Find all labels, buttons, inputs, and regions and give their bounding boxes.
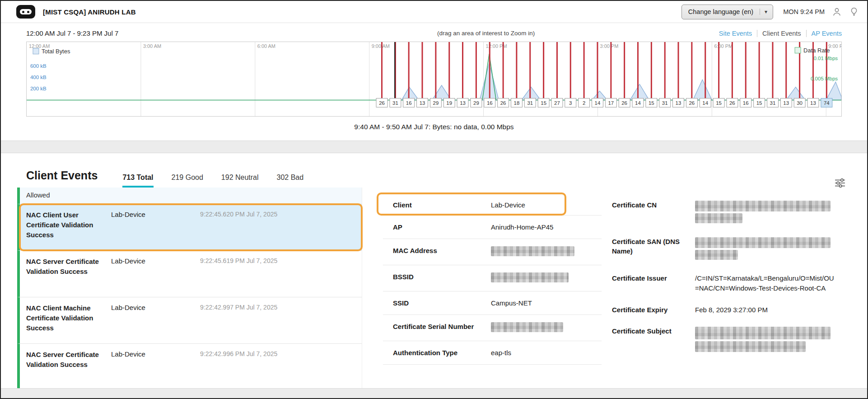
event-row[interactable]: NAC Client User Certificate Validation S… [17, 204, 362, 251]
field-label: Certificate Expiry [612, 305, 688, 315]
bottom-gap [1, 389, 867, 398]
header-right: Change language (en) ▾ MON 9:24 PM [681, 5, 859, 19]
svg-text:600 kB: 600 kB [30, 63, 47, 69]
svg-text:26: 26 [689, 100, 695, 106]
detail-field-client: Client Lab-Device [383, 195, 602, 216]
link-ap-events[interactable]: AP Events [806, 30, 842, 37]
field-label: Certificate Issuer [612, 273, 688, 283]
tab-good[interactable]: 219 Good [172, 174, 203, 188]
svg-text:16: 16 [406, 100, 412, 106]
timeline-card: 12:00 AM Jul 7 - 9:23 PM Jul 7 (drag an … [1, 23, 867, 141]
svg-text:3:00 AM: 3:00 AM [143, 43, 161, 49]
mist-logo-icon[interactable] [16, 5, 35, 19]
svg-text:14: 14 [595, 100, 601, 106]
tab-total[interactable]: 713 Total [122, 174, 153, 188]
event-name: NAC Client User Certificate Validation S… [26, 210, 106, 246]
event-name: NAC Client Machine Certificate Validatio… [26, 303, 106, 339]
link-client-events[interactable]: Client Events [757, 30, 806, 37]
field-label: MAC Address [393, 246, 474, 255]
cert-field-issuer: Certificate Issuer /C=IN/ST=Karnataka/L=… [612, 273, 834, 293]
field-label: Client [393, 200, 474, 210]
svg-text:18: 18 [514, 100, 520, 106]
chevron-down-icon: ▾ [760, 9, 767, 15]
client-events-content: Allowed NAC Client User Certificate Vali… [17, 188, 867, 389]
field-label: Certificate Subject [612, 326, 688, 336]
svg-text:9:00 PM: 9:00 PM [828, 43, 841, 49]
timeline-chart[interactable]: 12:00 AM3:00 AM6:00 AM9:00 AM12:00 PM3:0… [26, 42, 842, 117]
filter-settings-icon[interactable] [835, 178, 845, 188]
svg-text:400 kB: 400 kB [30, 75, 47, 80]
tab-bad[interactable]: 302 Bad [277, 174, 304, 188]
client-events-title-row: Client Events 713 Total 219 Good 192 Neu… [1, 163, 867, 188]
event-row[interactable]: NAC Server Certificate Validation Succes… [17, 344, 362, 389]
svg-text:15: 15 [541, 100, 546, 106]
tab-neutral[interactable]: 192 Neutral [221, 174, 259, 188]
card-gap [1, 141, 867, 153]
svg-text:26: 26 [379, 100, 385, 106]
event-row-partial[interactable]: Allowed [17, 188, 362, 204]
svg-text:15: 15 [649, 100, 654, 106]
svg-text:16: 16 [743, 100, 749, 106]
redacted-value [695, 237, 831, 248]
svg-text:30: 30 [797, 100, 803, 106]
svg-text:17: 17 [608, 100, 614, 106]
org-title: [MIST CSQA] ANIRUDH LAB [43, 8, 136, 16]
svg-text:6:00 AM: 6:00 AM [257, 43, 275, 49]
field-value: Feb 8, 2029 3:27:00 PM [695, 305, 834, 315]
cert-field-expiry: Certificate Expiry Feb 8, 2029 3:27:00 P… [612, 305, 834, 315]
field-label: AP [393, 222, 474, 232]
lightbulb-help-icon[interactable] [849, 7, 859, 17]
event-client: Lab-Device [111, 350, 195, 385]
svg-text:0.005 Mbps: 0.005 Mbps [811, 76, 838, 81]
svg-text:3: 3 [569, 100, 572, 106]
svg-text:74: 74 [824, 100, 830, 106]
mist-logo-eyes [20, 9, 32, 14]
detail-field-mac-address: MAC Address [383, 239, 602, 265]
svg-text:19: 19 [446, 100, 452, 106]
svg-text:13: 13 [783, 100, 789, 106]
event-row[interactable]: NAC Client Machine Certificate Validatio… [17, 297, 362, 344]
event-status-label: Allowed [26, 191, 358, 199]
timeline-chart-svg[interactable]: 12:00 AM3:00 AM6:00 AM9:00 AM12:00 PM3:0… [27, 42, 841, 116]
svg-text:26: 26 [621, 100, 627, 106]
svg-text:16: 16 [487, 100, 493, 106]
detail-field-certificate-serial: Certificate Serial Number [383, 315, 602, 341]
svg-text:29: 29 [433, 100, 439, 106]
field-label: Authentication Type [393, 348, 474, 357]
clock-label: MON 9:24 PM [783, 8, 825, 15]
svg-text:13: 13 [460, 100, 466, 106]
language-dropdown[interactable]: Change language (en) ▾ [681, 5, 773, 19]
event-type-links: Site Events Client Events AP Events [714, 30, 842, 37]
svg-text:31: 31 [392, 100, 398, 106]
redacted-value [695, 201, 831, 211]
svg-text:Data Rate: Data Rate [803, 47, 830, 54]
event-row[interactable]: NAC Server Certificate Validation Succes… [17, 251, 362, 297]
detail-field-ssid: SSID Campus-NET [383, 291, 602, 315]
link-site-events[interactable]: Site Events [714, 30, 757, 37]
event-timestamp: 9:22:42.997 PM Jul 7, 2025 [200, 303, 358, 339]
section-title: Client Events [26, 169, 98, 188]
redacted-value [695, 213, 742, 223]
svg-text:26: 26 [500, 100, 506, 106]
detail-field-bssid: BSSID [383, 265, 602, 291]
field-label: Certificate Serial Number [393, 322, 474, 331]
svg-text:13: 13 [810, 100, 816, 106]
redacted-value [695, 327, 831, 339]
svg-text:2: 2 [583, 100, 585, 106]
svg-text:0.01 Mbps: 0.01 Mbps [813, 56, 838, 61]
field-value: Campus-NET [491, 298, 602, 308]
certificate-panel: Certificate CN Certificate SAN (DNS Name… [612, 188, 834, 366]
field-value: Anirudh-Home-AP45 [491, 222, 602, 232]
svg-text:31: 31 [770, 100, 776, 106]
selection-summary: 9:40 AM - 9:50 AM Jul 7: Bytes: no data,… [1, 117, 867, 131]
cert-field-san: Certificate SAN (DNS Name) [612, 237, 834, 262]
svg-text:3:00 PM: 3:00 PM [600, 43, 618, 49]
field-label: BSSID [393, 272, 474, 282]
redacted-value [491, 246, 574, 256]
svg-text:31: 31 [527, 100, 533, 106]
event-client: Lab-Device [111, 257, 195, 292]
svg-text:15: 15 [756, 100, 762, 106]
field-label: Certificate SAN (DNS Name) [612, 237, 688, 256]
user-account-icon[interactable] [832, 7, 842, 17]
svg-text:Total Bytes: Total Bytes [42, 48, 70, 55]
